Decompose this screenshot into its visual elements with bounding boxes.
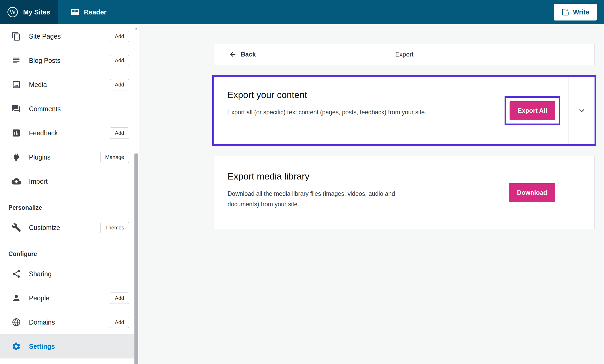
export-header-card: Back Export xyxy=(214,44,595,65)
plugins-icon xyxy=(12,152,21,162)
globe-icon xyxy=(12,317,21,327)
export-media-title: Export media library xyxy=(228,171,427,182)
export-content-description: Export all (or specific) text content (p… xyxy=(227,107,426,117)
section-header-configure: Configure xyxy=(0,246,134,262)
back-button[interactable]: Back xyxy=(214,50,256,58)
export-content-body: Export your content Export all (or speci… xyxy=(214,77,568,144)
media-icon xyxy=(12,80,21,89)
wordpress-logo-icon: W xyxy=(7,6,18,18)
sidebar-item-label: Settings xyxy=(29,343,55,350)
reader-menu[interactable]: Reader xyxy=(58,0,114,24)
sidebar-item-label: Plugins xyxy=(29,153,51,161)
sidebar-item-site-pages[interactable]: Site Pages Add xyxy=(0,24,134,48)
export-content-card: Export your content Export all (or speci… xyxy=(212,75,596,146)
share-icon xyxy=(12,269,21,279)
reader-icon xyxy=(70,7,80,17)
export-media-text: Export media library Download all the me… xyxy=(214,156,427,210)
chevron-down-icon xyxy=(577,106,586,115)
themes-button[interactable]: Themes xyxy=(100,222,129,233)
add-media-button[interactable]: Add xyxy=(110,79,129,90)
back-label: Back xyxy=(241,51,256,58)
person-icon xyxy=(12,293,21,303)
sidebar-item-label: Site Pages xyxy=(29,33,61,40)
export-content-text: Export your content Export all (or speci… xyxy=(214,77,426,117)
write-icon xyxy=(561,8,569,16)
posts-icon xyxy=(12,56,21,65)
sidebar-item-label: Comments xyxy=(29,105,61,113)
main-content: Back Export Export your content Export a… xyxy=(139,24,604,364)
sidebar-item-label: Blog Posts xyxy=(29,57,61,64)
sidebar-item-feedback[interactable]: Feedback Add xyxy=(0,121,134,145)
comments-icon xyxy=(12,104,21,114)
export-content-expand-toggle[interactable] xyxy=(568,77,595,144)
scroll-up-arrow-icon[interactable]: ▲ xyxy=(134,26,139,30)
export-all-button[interactable]: Export All xyxy=(510,101,555,120)
my-sites-label: My Sites xyxy=(23,8,50,16)
add-domain-button[interactable]: Add xyxy=(110,317,129,328)
sidebar-item-label: Feedback xyxy=(29,129,58,137)
customize-tools-icon xyxy=(12,223,21,232)
export-media-card: Export media library Download all the me… xyxy=(214,156,595,229)
sidebar-item-label: People xyxy=(29,294,49,302)
add-site-page-button[interactable]: Add xyxy=(110,31,129,42)
sidebar-item-import[interactable]: Import xyxy=(0,169,134,193)
manage-plugins-button[interactable]: Manage xyxy=(100,152,129,163)
gear-icon xyxy=(12,342,21,351)
sidebar-item-comments[interactable]: Comments xyxy=(0,97,134,121)
sidebar-item-domains[interactable]: Domains Add xyxy=(0,310,134,334)
add-people-button[interactable]: Add xyxy=(110,293,129,304)
pages-icon xyxy=(12,32,21,41)
sidebar-item-plugins[interactable]: Plugins Manage xyxy=(0,145,134,169)
page-title: Export xyxy=(214,51,594,58)
download-button[interactable]: Download xyxy=(509,183,555,202)
sidebar-item-label: Import xyxy=(29,178,48,185)
feedback-icon xyxy=(12,128,21,138)
section-header-personalize: Personalize xyxy=(0,200,134,216)
sidebar-item-label: Sharing xyxy=(29,270,52,278)
my-sites-menu[interactable]: W My Sites xyxy=(0,0,58,24)
export-content-title: Export your content xyxy=(227,90,426,100)
sidebar-item-label: Domains xyxy=(29,319,55,326)
scrollbar-thumb[interactable] xyxy=(134,153,138,364)
sidebar-item-sharing[interactable]: Sharing xyxy=(0,262,134,286)
sidebar-item-people[interactable]: People Add xyxy=(0,286,134,310)
add-feedback-button[interactable]: Add xyxy=(110,127,129,139)
masthead: W My Sites Reader Write xyxy=(0,0,604,24)
sidebar-item-customize[interactable]: Customize Themes xyxy=(0,216,134,240)
import-cloud-icon xyxy=(12,177,21,186)
sidebar-item-settings[interactable]: Settings xyxy=(0,334,134,358)
sidebar-item-blog-posts[interactable]: Blog Posts Add xyxy=(0,48,134,73)
reader-label: Reader xyxy=(84,8,107,16)
export-media-description: Download all the media library files (im… xyxy=(228,188,427,210)
sidebar-scrollbar[interactable]: ▲ xyxy=(134,24,139,364)
add-blog-post-button[interactable]: Add xyxy=(110,55,129,66)
sidebar-item-label: Customize xyxy=(29,224,60,232)
sidebar-item-media[interactable]: Media Add xyxy=(0,73,134,97)
sidebar-item-label: Media xyxy=(29,81,47,89)
annotation-box: Export All xyxy=(505,96,560,125)
back-arrow-icon xyxy=(229,50,237,58)
svg-text:W: W xyxy=(9,9,16,16)
sidebar: Site Pages Add Blog Posts Add Media Add … xyxy=(0,24,139,364)
write-button[interactable]: Write xyxy=(554,4,597,20)
write-label: Write xyxy=(573,8,589,16)
